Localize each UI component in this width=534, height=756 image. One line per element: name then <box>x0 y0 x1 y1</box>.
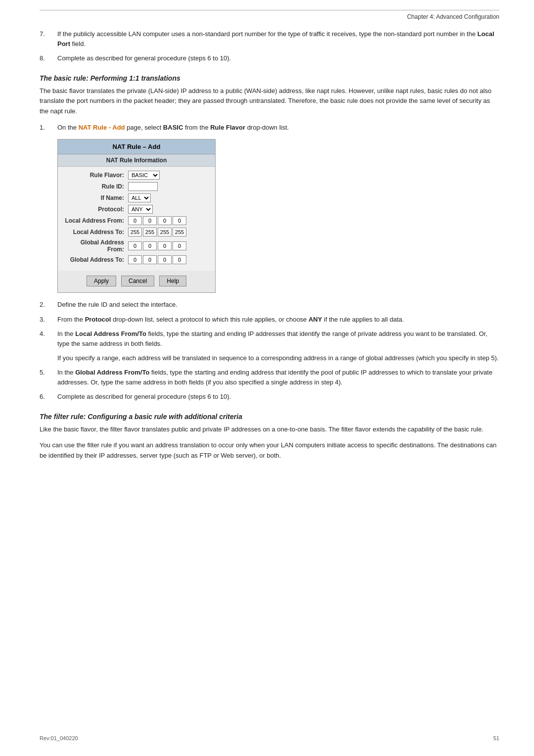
step4-num: 4. <box>40 329 57 348</box>
footer-rev: Rev:01_040220 <box>40 735 78 741</box>
rule-flavor-row: Rule Flavor: BASIC NAPT FILTER <box>64 171 209 180</box>
list-num-8: 8. <box>40 53 57 63</box>
global-from-ip-3[interactable] <box>158 241 172 250</box>
step3-num: 3. <box>40 315 57 325</box>
rule-flavor-bold: Rule Flavor <box>210 124 245 131</box>
local-addr-bold: Local Address From/To <box>75 330 146 337</box>
step6-content: Complete as described for general proced… <box>57 392 499 402</box>
rule-id-row: Rule ID: <box>64 182 209 191</box>
list-item-step3: 3. From the Protocol drop-down list, sel… <box>40 315 499 325</box>
global-from-ip-4[interactable] <box>173 241 186 250</box>
list-content-7: If the publicly accessible LAN computer … <box>57 29 499 48</box>
local-to-ip-3[interactable] <box>158 228 172 236</box>
global-to-ip-2[interactable] <box>143 255 157 264</box>
global-addr-bold: Global Address From/To <box>75 369 149 376</box>
step5-content: In the Global Address From/To fields, ty… <box>57 368 499 387</box>
nat-info-header: NAT Rule Information <box>58 154 215 167</box>
apply-button[interactable]: Apply <box>87 276 116 286</box>
list-item-step5: 5. In the Global Address From/To fields,… <box>40 368 499 387</box>
nat-panel-title: NAT Rule – Add <box>58 140 215 154</box>
step4-indented: If you specify a range, each address wil… <box>57 353 499 364</box>
nat-form: Rule Flavor: BASIC NAPT FILTER Rule ID: … <box>58 167 215 271</box>
rule-flavor-label: Rule Flavor: <box>64 172 128 179</box>
local-from-ip-1[interactable] <box>128 216 142 225</box>
footer-page: 51 <box>493 735 499 741</box>
local-to-ip-4[interactable] <box>173 228 186 236</box>
protocol-label: Protocol: <box>64 206 128 213</box>
list-num-7: 7. <box>40 29 57 48</box>
section-basic-body: The basic flavor translates the private … <box>40 86 499 117</box>
nat-rule-panel: NAT Rule – Add NAT Rule Information Rule… <box>57 139 216 293</box>
global-from-label: Global Address From: <box>64 239 128 253</box>
global-from-ip-1[interactable] <box>128 241 142 250</box>
step2-num: 2. <box>40 300 57 310</box>
cancel-button[interactable]: Cancel <box>121 276 154 286</box>
local-from-ip-3[interactable] <box>158 216 172 225</box>
global-to-ip-1[interactable] <box>128 255 142 264</box>
section-filter-body2: You can use the filter rule if you want … <box>40 440 499 461</box>
step4-content: In the Local Address From/To fields, typ… <box>57 329 499 348</box>
if-name-select[interactable]: ALL <box>128 193 151 202</box>
step3-content: From the Protocol drop-down list, select… <box>57 315 499 325</box>
list-item-step4: 4. In the Local Address From/To fields, … <box>40 329 499 348</box>
any-bold: ANY <box>309 316 322 323</box>
footer: Rev:01_040220 51 <box>40 735 499 741</box>
global-from-ip-2[interactable] <box>143 241 157 250</box>
section-filter-body1: Like the basic flavor, the filter flavor… <box>40 425 499 435</box>
if-name-row: If Name: ALL <box>64 193 209 202</box>
protocol-select[interactable]: ANY TCP UDP <box>128 205 153 214</box>
list-item-step2: 2. Define the rule ID and select the int… <box>40 300 499 310</box>
step6-num: 6. <box>40 392 57 402</box>
local-to-ip-1[interactable] <box>128 228 142 236</box>
global-to-row: Global Address To: <box>64 255 209 264</box>
local-from-ip <box>128 216 186 225</box>
global-to-ip <box>128 255 186 264</box>
chapter-header: Chapter 4: Advanced Configuration <box>407 13 499 20</box>
step2-content: Define the rule ID and select the interf… <box>57 300 499 310</box>
local-from-ip-2[interactable] <box>143 216 157 225</box>
local-to-ip <box>128 228 186 236</box>
global-to-label: Global Address To: <box>64 256 128 263</box>
rule-id-input[interactable] <box>128 182 158 191</box>
list-content-8: Complete as described for general proced… <box>57 53 499 63</box>
local-to-row: Local Address To: <box>64 228 209 236</box>
local-to-ip-2[interactable] <box>143 228 157 236</box>
global-from-row: Global Address From: <box>64 239 209 253</box>
local-from-ip-4[interactable] <box>173 216 186 225</box>
help-button[interactable]: Help <box>159 276 186 286</box>
rule-id-label: Rule ID: <box>64 183 128 190</box>
step5-num: 5. <box>40 368 57 387</box>
local-port-bold: Local Port <box>57 30 494 47</box>
local-from-row: Local Address From: <box>64 216 209 225</box>
section-basic-heading: The basic rule: Performing 1:1 translati… <box>40 74 499 82</box>
list-item-8: 8. Complete as described for general pro… <box>40 53 499 63</box>
basic-bold: BASIC <box>163 124 183 131</box>
section-filter-heading: The filter rule: Configuring a basic rul… <box>40 413 499 421</box>
global-to-ip-4[interactable] <box>173 255 186 264</box>
global-from-ip <box>128 241 186 250</box>
local-to-label: Local Address To: <box>64 229 128 236</box>
nat-buttons-row: Apply Cancel Help <box>58 271 215 292</box>
local-from-label: Local Address From: <box>64 217 128 224</box>
step1-content: On the NAT Rule - Add page, select BASIC… <box>57 123 499 133</box>
nat-rule-add-link[interactable]: NAT Rule - Add <box>79 124 125 131</box>
step1-num: 1. <box>40 123 57 133</box>
rule-flavor-select[interactable]: BASIC NAPT FILTER <box>128 171 160 180</box>
list-item-step1: 1. On the NAT Rule - Add page, select BA… <box>40 123 499 133</box>
protocol-bold: Protocol <box>85 316 111 323</box>
protocol-row: Protocol: ANY TCP UDP <box>64 205 209 214</box>
list-item-step6: 6. Complete as described for general pro… <box>40 392 499 402</box>
global-to-ip-3[interactable] <box>158 255 172 264</box>
if-name-label: If Name: <box>64 194 128 201</box>
list-item-7: 7. If the publicly accessible LAN comput… <box>40 29 499 48</box>
